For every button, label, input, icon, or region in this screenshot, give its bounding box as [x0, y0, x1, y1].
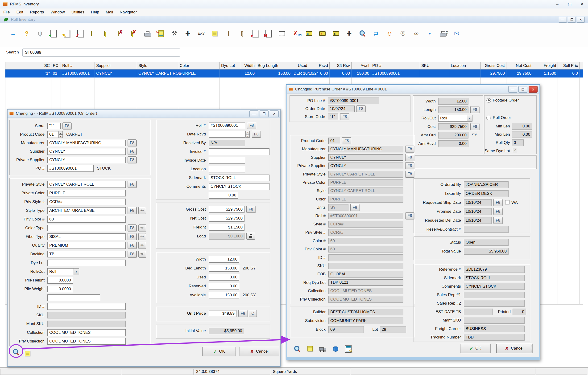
- date-rcvd-f8-button[interactable]: F8: [252, 131, 261, 138]
- req-dye-lot-input[interactable]: TDK 0121: [328, 279, 403, 286]
- mail-icon[interactable]: ✉: [452, 28, 462, 39]
- etag-dark-icon[interactable]: e: [331, 28, 340, 39]
- move-icon[interactable]: ✚: [183, 28, 193, 39]
- rn-delete-icon[interactable]: ✗RN: [291, 28, 300, 39]
- binoculars-icon[interactable]: ∞: [412, 28, 421, 39]
- delivery-truck-icon[interactable]: [318, 344, 327, 354]
- store-code-input[interactable]: "1": [328, 113, 338, 120]
- same-dye-lot-checkbox[interactable]: ✓: [513, 148, 517, 152]
- promise-date-f8-button[interactable]: F8: [494, 208, 503, 215]
- supplier-input[interactable]: CYNCLY: [328, 154, 403, 161]
- style-type-input[interactable]: ARCHITECTURAL BASE: [47, 207, 126, 214]
- menu-file[interactable]: File: [0, 9, 13, 16]
- comments-input[interactable]: CYNCLY STOCK: [209, 183, 270, 190]
- globe-icon[interactable]: [331, 344, 340, 354]
- reserved-input[interactable]: 0.00: [209, 283, 239, 290]
- color-type-f8-button[interactable]: F8: [127, 224, 136, 231]
- new-record-icon[interactable]: +: [49, 28, 58, 39]
- tags-icon[interactable]: [103, 28, 112, 39]
- private-style-f8-button[interactable]: F8: [405, 171, 414, 178]
- menu-help[interactable]: Help: [88, 9, 103, 16]
- roll-dialog-cancel-button[interactable]: ✗Cancel: [240, 347, 279, 356]
- tag-icon[interactable]: [89, 28, 99, 39]
- swap-icon[interactable]: ⇄: [371, 28, 381, 39]
- private-style-f8-button[interactable]: F8: [127, 181, 136, 188]
- fiber-type-brush-button[interactable]: ✎: [138, 233, 146, 240]
- menu-reports[interactable]: Reports: [27, 9, 47, 16]
- document-seal-icon[interactable]: ●: [250, 28, 260, 39]
- date-rcvd-input[interactable]: [209, 131, 245, 138]
- order-date-f8-button[interactable]: F8: [357, 105, 366, 112]
- menu-edit[interactable]: Edit: [13, 9, 26, 16]
- private-color-input[interactable]: PURPLE: [47, 190, 126, 196]
- order-date-input[interactable]: 10/07/24: [328, 106, 355, 112]
- fiber-type-input[interactable]: SISAL: [47, 233, 126, 240]
- roll-f8-button[interactable]: F8: [405, 213, 414, 219]
- antenna-icon[interactable]: ψ: [35, 28, 45, 39]
- roll-input[interactable]: #ST000890001: [209, 122, 245, 129]
- quality-brush-button[interactable]: ✎: [138, 242, 146, 249]
- tools-icon[interactable]: ⚒: [170, 28, 179, 39]
- column-header-sc[interactable]: SC: [5, 62, 51, 69]
- gross-cost-input[interactable]: $29.7500: [209, 206, 244, 213]
- note-icon[interactable]: [305, 344, 315, 354]
- width-input[interactable]: 12.00: [209, 256, 239, 263]
- field-input[interactable]: 0.00: [209, 192, 238, 199]
- close-button[interactable]: ✕: [576, 0, 588, 9]
- table-header[interactable]: SCPCRoll #SupplierStyleColorDye LotWidth…: [5, 62, 583, 70]
- etag-red-icon[interactable]: e: [318, 28, 327, 39]
- column-header-location[interactable]: Location: [449, 62, 481, 69]
- private-supplier-f8-button[interactable]: F8: [127, 156, 136, 163]
- delete-record-icon[interactable]: ✗: [76, 28, 85, 39]
- private-supplier-f8-button[interactable]: F8: [405, 162, 414, 169]
- edit-document-icon[interactable]: ✎: [344, 344, 353, 354]
- roll-dialog-restore-button[interactable]: ❐: [260, 111, 269, 117]
- backing-f8-button[interactable]: F8: [127, 251, 136, 257]
- table-row-selected[interactable]: "1"01#ST000890001CYNCLYCYNCLY CARPET ROL…: [5, 70, 583, 78]
- fob-input[interactable]: GLOBAL: [328, 271, 403, 277]
- zoom-icon[interactable]: [293, 344, 302, 354]
- column-header-color[interactable]: Color: [178, 62, 220, 69]
- manufacturer-f8-button[interactable]: F8: [127, 140, 136, 146]
- available-input[interactable]: 150.00: [209, 292, 239, 298]
- style-type-f8-button[interactable]: F8: [127, 207, 136, 214]
- child-minimize-button[interactable]: —: [559, 17, 567, 23]
- wa-checkbox[interactable]: [505, 200, 509, 204]
- column-header-sft-rsv[interactable]: Sft Rsv: [330, 62, 352, 69]
- priv-collection-input[interactable]: COOL MUTED TONES: [47, 338, 126, 345]
- quality-f8-button[interactable]: F8: [127, 242, 136, 249]
- column-header-avail[interactable]: Avail: [352, 62, 371, 69]
- zoom-icon[interactable]: [358, 28, 367, 39]
- minimize-button[interactable]: –: [551, 0, 564, 9]
- hold-document-icon[interactable]: H: [264, 28, 273, 39]
- print-setup-icon[interactable]: ⚙: [439, 28, 448, 39]
- zoom-icon[interactable]: [11, 347, 21, 357]
- move-2-icon[interactable]: ✚: [345, 28, 354, 39]
- menu-window[interactable]: Window: [47, 9, 68, 16]
- product-code-spinner[interactable]: ▲▼: [58, 131, 63, 138]
- store-code-f8-button[interactable]: F8: [340, 113, 349, 120]
- date-rcvd-spinner[interactable]: ▲▼: [245, 131, 250, 138]
- invoice-date-input[interactable]: [209, 157, 245, 164]
- search-input[interactable]: ST00089: [22, 49, 180, 57]
- private-style-input[interactable]: CYNCLY CARPET ROLL: [47, 181, 126, 188]
- id-input[interactable]: [47, 303, 126, 310]
- manufacturer-f8-button[interactable]: F8: [405, 146, 414, 152]
- beg-length-input[interactable]: 150.00: [209, 265, 239, 272]
- supplier-f8-button[interactable]: F8: [405, 154, 414, 161]
- column-header-freight[interactable]: Freight: [533, 62, 558, 69]
- manufacturer-input[interactable]: CYNCLY MANUFACTURING: [47, 140, 126, 146]
- child-close-button[interactable]: ✕: [577, 17, 585, 23]
- backing-input[interactable]: TB: [47, 251, 126, 257]
- location-input[interactable]: [209, 166, 245, 172]
- net-cost-input[interactable]: $29.7500: [209, 215, 244, 222]
- store-input[interactable]: "1": [47, 123, 61, 129]
- used-input[interactable]: 0.00: [209, 274, 239, 281]
- po-dialog-close-button[interactable]: ✕: [529, 86, 537, 92]
- supplier-f8-button[interactable]: F8: [127, 148, 136, 155]
- po-dialog-minimize-button[interactable]: —: [508, 86, 517, 92]
- transfer-lists-icon[interactable]: ✂: [156, 28, 166, 39]
- column-header-beg-length[interactable]: Beg Length: [256, 62, 292, 69]
- cost-f8-button[interactable]: F8: [470, 123, 479, 130]
- print-icon[interactable]: [143, 28, 152, 39]
